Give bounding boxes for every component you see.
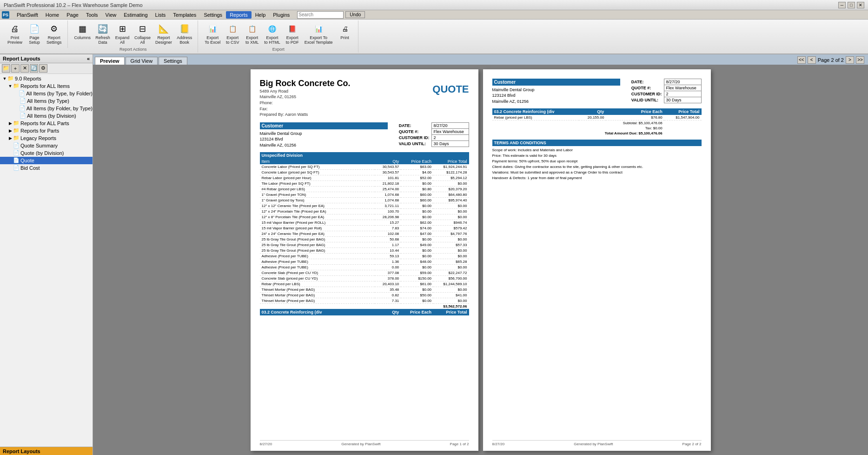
date-label-p2: DATE: [629,79,664,85]
tree-node-bid-cost[interactable]: 📄 Bid Cost [0,164,93,172]
tree-node-all-items[interactable]: ▼ 📁 Reports for ALL Items [0,82,93,90]
menu-lists[interactable]: Lists [152,11,170,19]
node-label-quote: Quote [20,158,34,163]
export-excel-tpl-button[interactable]: 📊 Export ToExcel Template [303,21,335,46]
menu-settings[interactable]: Settings [200,11,226,19]
tree-node-by-division[interactable]: 📄 All Items (by Division) [0,112,93,120]
tab-settings[interactable]: Settings [159,57,187,65]
menu-view[interactable]: View [102,11,120,19]
sec2-col-price-each: Price Each [401,309,433,315]
export-html-button[interactable]: 🌐 Exportto HTML [262,21,282,46]
first-page-button[interactable]: << [797,56,806,64]
node-label-quote-summary: Quote Summary [20,143,58,148]
expander-9reports: ▼ [2,76,7,81]
refresh-data-button[interactable]: 🔄 RefreshData [93,21,112,46]
refresh-button[interactable]: 🔄 [30,64,38,73]
valid-until-label-p2: VALID UNTIL: [629,97,664,103]
menu-planswift[interactable]: PlanSwift [13,11,42,19]
print-preview-button[interactable]: 🖨 PrintPreview [6,21,24,46]
footer-date-p2: 8/27/20 [492,442,505,446]
menubar: PS PlanSwift Home Page Tools View Estima… [0,10,868,20]
menu-reports[interactable]: Reports [226,11,252,19]
delete-button[interactable]: ✕ [20,64,29,73]
undo-button[interactable]: Undo [345,11,365,18]
export-xml-button[interactable]: 📋 Exportto XML [243,21,261,46]
p2-col-price-each: Price Each [606,108,664,115]
export-csv-button[interactable]: 📋 Exportto CSV [223,21,242,46]
table-row: 12" x 24" Porcelain Tile (Priced per EA)… [260,208,469,214]
customer-info-p2: Mainville Dental Group 123124 Blvd Mainv… [492,87,620,105]
minimize-button[interactable]: ─ [838,2,846,8]
ribbon-group-label-export: Export [272,47,285,52]
tab-preview[interactable]: Preview [95,57,125,65]
menu-estimating[interactable]: Estimating [120,11,151,19]
menu-plugins[interactable]: Plugins [269,11,293,19]
expander-all-parts: ▶ [7,121,13,126]
prev-page-button[interactable]: < [808,56,816,64]
panel-collapse-button[interactable]: « [87,56,90,61]
add-button[interactable]: + [11,64,20,73]
menu-templates[interactable]: Templates [169,11,200,19]
menu-tools[interactable]: Tools [82,11,102,19]
section-header-unspecified: Unspecified Division [260,152,469,159]
page-setup-button[interactable]: 📄 PageSetup [25,21,44,46]
tab-grid-view[interactable]: Grid View [126,57,158,65]
tree-node-quote-summary[interactable]: 📄 Quote Summary [0,142,93,149]
ribbon-group-print: 🖨 PrintPreview 📄 PageSetup ⚙ ReportSetti… [2,20,68,48]
app-title: PlanSwift Professional 10.2 – Flex Wareh… [4,2,143,8]
search-input[interactable] [297,11,344,19]
columns-icon: ▦ [76,22,89,35]
table-row: Thinset Mortar (Priced per BAG)35.48$0.0… [260,287,469,292]
export-pdf-icon: 📕 [286,22,299,35]
next-page-button[interactable]: > [846,56,854,64]
export-excel-label: ExportTo Excel [205,36,220,45]
node-label-all-items: Reports for ALL Items [20,83,70,89]
report-tree: ▼ 📁 9.0 Reports ▼ 📁 Reports for ALL Item… [0,74,93,447]
print-button[interactable]: 🖨 Print [336,21,354,41]
quote-num-label-p1: QUOTE #: [397,128,431,134]
terms-item-6: Handover & Defects: 1 year from date of … [492,176,702,180]
tree-node-9reports[interactable]: ▼ 📁 9.0 Reports [0,75,93,82]
tree-node-quote[interactable]: 📄 Quote [0,157,93,164]
columns-button[interactable]: ▦ Columns [73,21,93,41]
report-settings-button[interactable]: ⚙ ReportSettings [45,21,64,46]
export-xml-icon: 📋 [245,22,258,35]
expand-all-button[interactable]: ⊞ ExpandAll [113,21,132,46]
columns-label: Columns [74,36,91,40]
menu-help[interactable]: Help [252,11,270,19]
section1-subtotal-row: $3,562,572.06 [260,303,469,309]
node-label-all-parts: Reports for ALL Parts [20,120,69,126]
settings-button[interactable]: ⚙ [39,64,47,73]
collapse-icon: ⊟ [136,22,149,35]
table-row: 1" Gravel (priced by Tons)1,074.68$60.00… [260,197,469,203]
customer-header-blue-p2: Customer [492,79,620,86]
section-header-p2-concrete: 03.2 Concrete Reinforcing (div Qty Price… [492,108,702,115]
report-designer-label: ReportDesigner [155,36,172,45]
close-button[interactable]: ✕ [857,2,864,8]
panel-title: Report Layouts [3,56,40,61]
folder-icon[interactable]: 📁 [2,64,10,73]
tree-node-quote-division[interactable]: 📄 Quote (by Division) [0,149,93,157]
restore-button[interactable]: □ [848,2,855,8]
search-box [297,11,344,19]
export-pdf-button[interactable]: 📕 Exportto PDF [283,21,302,46]
tree-node-all-parts[interactable]: ▶ 📁 Reports for ALL Parts [0,120,93,127]
tree-node-legacy[interactable]: ▶ 📁 Legacy Reports [0,134,93,142]
customer-right-p2: DATE:8/27/20 QUOTE #:Flex Warehouse CUST… [629,79,702,105]
tree-node-by-type[interactable]: 📄 All Items (by Type) [0,97,93,105]
menu-home[interactable]: Home [42,11,63,19]
expand-label: ExpandAll [115,36,130,45]
report-designer-button[interactable]: 📐 ReportDesigner [153,21,174,46]
last-page-button[interactable]: >> [856,56,864,64]
folder-parts-icon: 📁 [13,127,20,134]
address-book-button[interactable]: 📒 AddressBook [175,21,194,46]
tree-node-type-folder[interactable]: 📄 All Items (by Type, by Folder) [0,90,93,97]
tree-node-folder-type[interactable]: 📄 All Items (by Folder, by Type) [0,105,93,112]
tree-node-parts[interactable]: ▶ 📁 Reports for Parts [0,127,93,134]
export-excel-button[interactable]: 📊 ExportTo Excel [203,21,222,46]
quote-num-value-p2: Flex Warehouse [664,85,701,91]
collapse-label: CollapseAll [134,36,151,45]
menu-page[interactable]: Page [63,11,82,19]
table-row: Rebar (priced per LBS) 20,155.00 $76.80 … [492,115,702,120]
collapse-all-button[interactable]: ⊟ CollapseAll [133,21,152,46]
